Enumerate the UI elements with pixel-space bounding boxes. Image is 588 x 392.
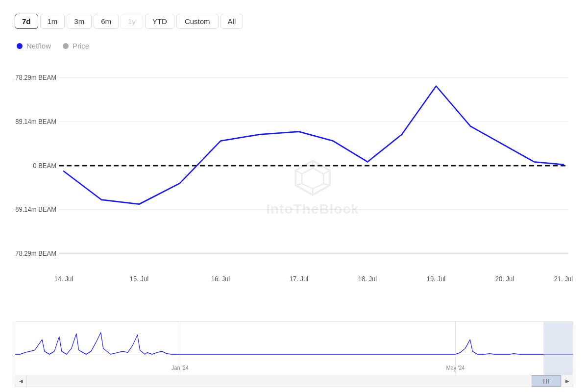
svg-text:20. Jul: 20. Jul	[495, 275, 514, 283]
chart-legend: Netflow Price	[15, 42, 573, 50]
svg-text:17. Jul: 17. Jul	[290, 275, 308, 283]
time-btn-1y: 1y	[121, 14, 143, 29]
time-btn-ytd[interactable]: YTD	[145, 14, 174, 29]
main-chart: IntoTheBlock 178.29m BEAM 89.14m BEAM 0 …	[15, 56, 573, 319]
time-btn-all[interactable]: All	[220, 14, 244, 29]
svg-text:Jan '24: Jan '24	[172, 364, 189, 371]
svg-text:May '24: May '24	[446, 364, 465, 371]
thumb-line-2	[546, 379, 547, 384]
svg-text:-178.29m BEAM: -178.29m BEAM	[15, 249, 56, 257]
scroll-left-arrow[interactable]: ◀	[15, 375, 27, 387]
price-dot	[63, 43, 69, 49]
svg-rect-34	[543, 322, 573, 375]
mini-chart-svg: Jan '24 May '24	[15, 322, 573, 375]
scroll-thumb[interactable]	[532, 375, 561, 387]
thumb-line-1	[543, 379, 544, 384]
main-chart-svg: 178.29m BEAM 89.14m BEAM 0 BEAM -89.14m …	[15, 56, 573, 319]
svg-text:0 BEAM: 0 BEAM	[33, 162, 56, 170]
time-range-selector: 7d 1m 3m 6m 1y YTD Custom All	[15, 10, 573, 33]
time-btn-1m[interactable]: 1m	[40, 14, 65, 29]
scroll-right-arrow[interactable]: ▶	[561, 375, 573, 387]
svg-text:16. Jul: 16. Jul	[211, 275, 230, 283]
scroll-track[interactable]	[27, 375, 561, 387]
time-btn-6m[interactable]: 6m	[94, 14, 119, 29]
svg-text:178.29m BEAM: 178.29m BEAM	[15, 74, 56, 82]
svg-rect-27	[15, 322, 573, 375]
netflow-dot	[17, 43, 23, 49]
svg-text:19. Jul: 19. Jul	[427, 275, 445, 283]
svg-text:89.14m BEAM: 89.14m BEAM	[15, 118, 56, 125]
chart-wrapper: IntoTheBlock 178.29m BEAM 89.14m BEAM 0 …	[15, 56, 573, 387]
main-container: 7d 1m 3m 6m 1y YTD Custom All Netflow Pr…	[0, 0, 588, 392]
svg-text:21. Jul: 21. Jul	[554, 275, 573, 283]
thumb-line-3	[548, 379, 549, 384]
mini-chart-container: Jan '24 May '24	[15, 321, 573, 375]
svg-text:-89.14m BEAM: -89.14m BEAM	[15, 206, 56, 214]
svg-text:14. Jul: 14. Jul	[54, 275, 73, 283]
svg-text:18. Jul: 18. Jul	[358, 275, 377, 283]
scrollbar-row: ◀ ▶	[15, 375, 573, 387]
time-btn-3m[interactable]: 3m	[67, 14, 92, 29]
svg-text:15. Jul: 15. Jul	[130, 275, 148, 283]
legend-price[interactable]: Price	[63, 42, 89, 50]
time-btn-7d[interactable]: 7d	[15, 14, 38, 29]
netflow-label: Netflow	[26, 42, 51, 50]
legend-netflow[interactable]: Netflow	[17, 42, 51, 50]
time-btn-custom[interactable]: Custom	[176, 14, 219, 29]
price-label: Price	[73, 42, 89, 50]
